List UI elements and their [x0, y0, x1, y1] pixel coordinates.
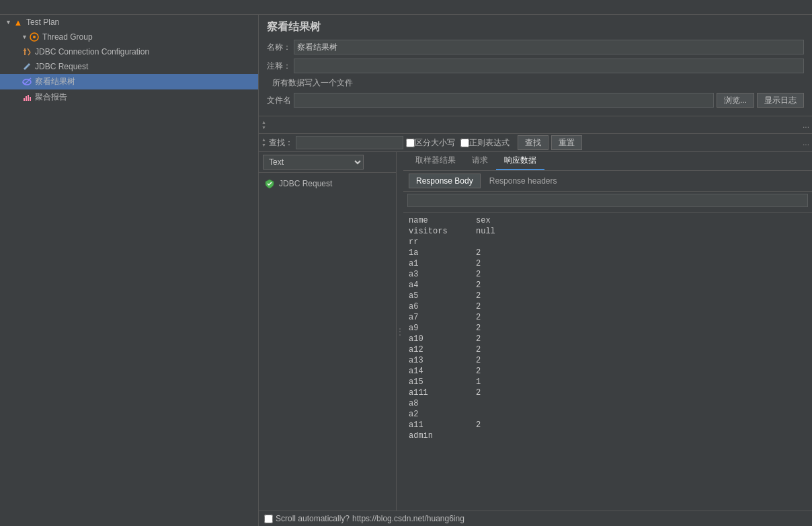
name-input[interactable]: [294, 40, 804, 54]
table-row: a132: [409, 355, 807, 366]
data-col1: rr: [409, 237, 476, 247]
regex-checkbox[interactable]: [460, 139, 469, 147]
tree-label-aggregate: 聚合报告: [35, 91, 67, 103]
data-col1: a2: [409, 410, 476, 419]
comment-row: 注释：: [267, 59, 804, 73]
dropdown-row: Text HTML JSON XML Boundary Extractor Te…: [259, 152, 396, 173]
drag-handle[interactable]: ⋮: [397, 152, 403, 511]
toolbar-arrows-1[interactable]: ▲ ▼: [261, 120, 266, 130]
arrow-up-icon[interactable]: ▲: [261, 120, 266, 125]
tabs-row: 取样器结果 请求 响应数据: [403, 152, 812, 171]
data-col1: admin: [409, 431, 476, 441]
data-col1: 1a: [409, 248, 476, 258]
response-tab-headers[interactable]: Response headers: [482, 174, 565, 188]
table-row: a8: [409, 398, 807, 409]
tree-item-thread-group[interactable]: ▼ Thread Group: [0, 30, 258, 44]
tree-area: ▼ ▲ Test Plan ▼ Thread Group: [0, 15, 258, 526]
comment-input[interactable]: [294, 59, 804, 73]
display-type-select[interactable]: Text HTML JSON XML Boundary Extractor Te…: [263, 155, 364, 170]
result-item-label: JDBC Request: [279, 179, 332, 188]
data-col2: 2: [476, 334, 481, 344]
svg-rect-10: [26, 96, 27, 101]
browse-button[interactable]: 浏览...: [717, 93, 754, 108]
data-col1: a10: [409, 334, 476, 344]
result-left: Text HTML JSON XML Boundary Extractor Te…: [259, 152, 397, 511]
table-row: a42: [409, 280, 807, 291]
data-col1: a9: [409, 324, 476, 333]
response-search-row: [403, 192, 812, 213]
data-col2: 2: [476, 270, 481, 279]
tree-item-view-results[interactable]: 察看结果树: [0, 74, 258, 89]
data-col1: a7: [409, 313, 476, 322]
arrow-expand-threadgroup-icon: ▼: [22, 34, 28, 40]
data-col1: a1: [409, 259, 476, 268]
svg-point-1: [33, 36, 36, 38]
svg-line-4: [28, 48, 30, 52]
search-button[interactable]: 查找: [518, 135, 549, 150]
result-item-jdbc-request[interactable]: JDBC Request: [259, 176, 396, 192]
table-row: a112: [409, 420, 807, 430]
display-log-button[interactable]: 显示日志: [757, 93, 804, 108]
response-search-input[interactable]: [407, 194, 808, 207]
threadgroup-icon: [29, 32, 40, 42]
table-row: rr: [409, 237, 807, 248]
tab-sampler-result[interactable]: 取样器结果: [407, 152, 464, 170]
tree-item-aggregate[interactable]: 聚合报告: [0, 89, 258, 105]
testplan-icon: ▲: [13, 17, 24, 28]
response-tabs: Response Body Response headers: [403, 171, 812, 192]
scroll-auto-checkbox[interactable]: [264, 515, 273, 523]
toolbar-row-1: ▲ ▼ ...: [259, 116, 812, 134]
data-col1: a13: [409, 356, 476, 365]
arrow-up-2-icon[interactable]: ▲: [261, 137, 266, 143]
tree-item-test-plan[interactable]: ▼ ▲ Test Plan: [0, 15, 258, 30]
tree-label-thread-group: Thread Group: [42, 32, 93, 42]
data-col2: 2: [476, 259, 481, 268]
data-col1: a4: [409, 280, 476, 290]
data-col2: 1: [476, 377, 481, 387]
response-tab-body[interactable]: Response Body: [409, 174, 481, 188]
tree-label-jdbc-request: JDBC Request: [35, 62, 88, 71]
toolbar-ellipsis-1[interactable]: ...: [803, 120, 809, 130]
data-col2: 2: [476, 420, 481, 430]
all-data-row: 所有数据写入一个文件: [270, 77, 804, 89]
table-row: a142: [409, 366, 807, 377]
data-col2: 2: [476, 302, 481, 311]
svg-line-5: [28, 52, 30, 55]
right-header: 察看结果树 名称： 注释： 所有数据写入一个文件 文件名 浏览... 显示日志: [259, 15, 812, 116]
tree-label-jdbc-config: JDBC Connection Configuration: [35, 47, 149, 57]
table-row: a92: [409, 323, 807, 334]
data-col1: a12: [409, 345, 476, 354]
case-sensitive-checkbox[interactable]: [406, 139, 415, 147]
data-col1: visitors: [409, 227, 476, 236]
name-row: 名称：: [267, 40, 804, 54]
toolbar-ellipsis-2[interactable]: ...: [803, 138, 809, 147]
data-col1: a8: [409, 399, 476, 408]
data-col2: 2: [476, 248, 481, 258]
data-col2: sex: [476, 216, 491, 225]
data-col2: 2: [476, 367, 481, 376]
file-input[interactable]: [294, 93, 714, 108]
tab-response-data[interactable]: 响应数据: [496, 152, 544, 170]
search-input[interactable]: [296, 136, 403, 149]
data-col2: 2: [476, 313, 481, 322]
reset-button[interactable]: 重置: [551, 135, 582, 150]
regex-label: 正则表达式: [469, 137, 510, 149]
table-row: a72: [409, 312, 807, 323]
scroll-auto-row: Scroll automatically? https://blog.csdn.…: [259, 511, 812, 526]
toolbar-arrows-2[interactable]: ▲ ▼: [261, 137, 266, 148]
case-sensitive-label: 区分大小写: [415, 137, 455, 149]
arrow-down-icon[interactable]: ▼: [261, 125, 266, 130]
svg-rect-12: [30, 97, 31, 101]
data-col2: null: [476, 227, 495, 236]
arrow-down-2-icon[interactable]: ▼: [261, 143, 266, 148]
data-col1: a5: [409, 291, 476, 301]
tree-item-jdbc-request[interactable]: JDBC Request: [0, 59, 258, 74]
data-col2: 2: [476, 324, 481, 333]
svg-rect-11: [28, 95, 29, 101]
table-row: a12: [409, 258, 807, 269]
tab-request[interactable]: 请求: [464, 152, 496, 170]
data-col1: a11: [409, 420, 476, 430]
tree-item-jdbc-config[interactable]: JDBC Connection Configuration: [0, 44, 258, 59]
top-bar: [0, 0, 812, 15]
jdbcconfig-icon: [22, 46, 32, 57]
